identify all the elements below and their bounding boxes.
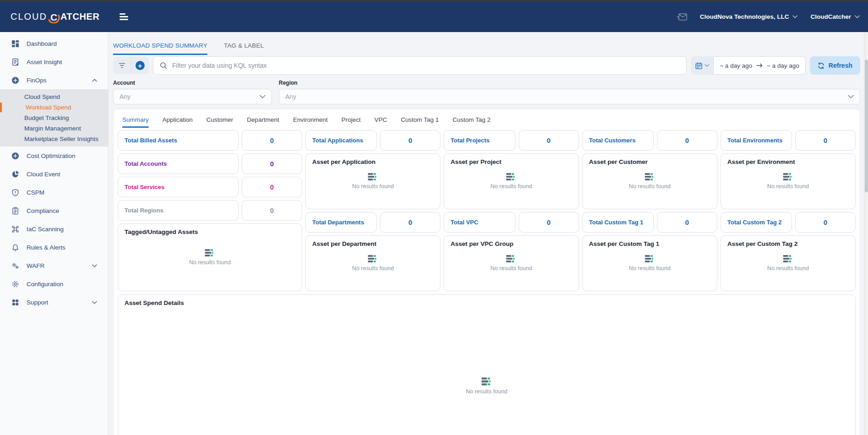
org-selector-label: CloudNova Technologies, LLC	[700, 13, 789, 20]
logo-text-cloud: CLOUD	[11, 11, 47, 22]
stat-label-total-departments[interactable]: Total Departments	[305, 212, 377, 233]
sidebar-item-iac-scanning[interactable]: IaC Scanning	[0, 220, 108, 238]
stat-label-total-accounts[interactable]: Total Accounts	[118, 153, 239, 174]
region-select-value: Any	[285, 93, 296, 100]
empty-state-text: No results found	[767, 183, 809, 190]
stat-label-total-custom-tag-2[interactable]: Total Custom Tag 2	[721, 212, 792, 233]
scrollbar-thumb[interactable]	[865, 60, 868, 192]
stat-value-total-accounts: 0	[242, 153, 302, 174]
sidebar-item-finops[interactable]: FinOps	[0, 71, 108, 89]
empty-state: No results found	[629, 255, 671, 272]
panel-asset-per-environment: Asset per Environment No results found	[721, 153, 856, 209]
empty-state-text: No results found	[767, 265, 809, 272]
sidebar-item-label: Dashboard	[27, 40, 57, 47]
arrow-right-icon	[756, 63, 763, 68]
stat-label-total-projects[interactable]: Total Projects	[444, 130, 515, 151]
subtab-custom-tag-2[interactable]: Custom Tag 2	[453, 109, 491, 130]
cspm-shield-icon	[11, 188, 19, 196]
sidebar-item-label: Compliance	[27, 207, 59, 214]
subtab-customer[interactable]: Customer	[206, 109, 233, 130]
stat-label-total-custom-tag-1[interactable]: Total Custom Tag 1	[582, 212, 654, 233]
date-range-display[interactable]: ~ a day ago ~ a day ago	[713, 56, 806, 75]
sidebar-item-dashboard[interactable]: Dashboard	[0, 34, 108, 53]
subtab-application[interactable]: Application	[163, 109, 193, 130]
panel-asset-per-vpc-group: Asset per VPC Group No results found	[444, 235, 579, 291]
add-filter-button[interactable]: +	[131, 57, 149, 74]
kql-search-input[interactable]	[172, 62, 680, 69]
subtab-department[interactable]: Department	[247, 109, 279, 130]
stat-value-total-regions: 0	[242, 200, 302, 221]
search-icon	[160, 62, 167, 69]
filter-toolbar: + ~ a day ago ~ a day ago	[113, 56, 860, 75]
org-selector[interactable]: CloudNova Technologies, LLC	[700, 13, 798, 20]
sidebar-item-compliance[interactable]: Compliance	[0, 201, 108, 220]
sidebar-item-cloud-event[interactable]: Cloud Event	[0, 165, 108, 183]
refresh-icon	[818, 62, 825, 69]
sidebar-subitem-workload-spend[interactable]: Workload Spend	[0, 102, 108, 113]
region-select[interactable]: Any	[279, 89, 860, 104]
sidebar-item-label: Cost Optimization	[27, 152, 76, 159]
hamburger-menu-icon[interactable]	[119, 13, 129, 20]
plus-icon: +	[136, 61, 145, 70]
sidebar-item-label: IaC Scanning	[27, 226, 64, 233]
stat-label-total-applications[interactable]: Total Applications	[305, 130, 377, 151]
cost-optimization-icon	[11, 152, 19, 160]
sidebar-item-cost-optimization[interactable]: Cost Optimization	[0, 147, 108, 165]
sidebar-item-configuration[interactable]: Configuration	[0, 275, 108, 293]
subtab-vpc[interactable]: VPC	[374, 109, 387, 130]
chevron-up-icon	[92, 79, 97, 82]
stat-label-total-regions[interactable]: Total Regions	[118, 200, 239, 221]
sidebar-item-label: Support	[27, 299, 48, 306]
sidebar-item-support[interactable]: Support	[0, 293, 108, 311]
empty-state: No results found	[466, 377, 507, 395]
sidebar-subitem-margin-management[interactable]: Margin Management	[0, 123, 108, 134]
panel-title: Asset per VPC Group	[450, 240, 572, 247]
sidebar-item-cspm[interactable]: CSPM	[0, 183, 108, 201]
subtab-project[interactable]: Project	[342, 109, 361, 130]
sidebar-item-rules-alerts[interactable]: Rules & Alerts	[0, 238, 108, 256]
support-grid-icon	[11, 298, 19, 306]
filter-list-button[interactable]	[113, 57, 131, 74]
subtab-summary[interactable]: Summary	[122, 109, 149, 130]
stat-label-total-billed-assets[interactable]: Total Billed Assets	[118, 130, 239, 151]
main-content: WORKLOAD SPEND SUMMARY TAG & LABEL +	[108, 32, 868, 435]
sidebar-item-label: Rules & Alerts	[27, 244, 65, 251]
empty-state: No results found	[490, 255, 532, 272]
empty-state-text: No results found	[189, 259, 231, 266]
stat-label-total-services[interactable]: Total Services	[118, 177, 239, 197]
asset-insight-icon	[11, 58, 19, 66]
sidebar: Dashboard Asset Insight FinOps Cloud Spe…	[0, 32, 108, 435]
sidebar-item-label: CSPM	[27, 189, 44, 196]
stat-label-total-environments[interactable]: Total Environments	[721, 130, 792, 151]
mail-icon[interactable]	[677, 13, 687, 21]
chevron-down-icon	[705, 64, 709, 67]
account-select[interactable]: Any	[113, 89, 272, 104]
stat-label-total-vpc[interactable]: Total VPC	[444, 212, 515, 233]
panel-title: Asset Spend Details	[125, 299, 849, 306]
stat-value-total-environments: 0	[795, 130, 856, 151]
sidebar-item-wafr[interactable]: WAFR	[0, 256, 108, 275]
sidebar-subitem-cloud-spend[interactable]: Cloud Spend	[0, 92, 108, 102]
tab-tag-and-label[interactable]: TAG & LABEL	[224, 42, 264, 55]
subtab-custom-tag-1[interactable]: Custom Tag 1	[401, 109, 439, 130]
tab-workload-spend-summary[interactable]: WORKLOAD SPEND SUMMARY	[113, 42, 207, 55]
refresh-button[interactable]: Refresh	[810, 56, 860, 75]
sidebar-subitem-marketplace-seller-insights[interactable]: Marketplace Seller Insights	[0, 134, 108, 144]
empty-state: No results found	[767, 255, 809, 272]
stat-value-total-services: 0	[242, 177, 302, 197]
account-filter-label: Account	[113, 80, 272, 86]
empty-chart-icon	[783, 255, 793, 262]
product-selector[interactable]: CloudCatcher	[810, 13, 860, 20]
empty-state: No results found	[189, 249, 231, 266]
dashboard-icon	[11, 39, 19, 48]
calendar-dropdown-button[interactable]	[691, 56, 713, 75]
refresh-button-label: Refresh	[829, 62, 852, 69]
compliance-clipboard-icon	[11, 207, 19, 215]
stat-label-total-customers[interactable]: Total Customers	[582, 130, 654, 151]
panel-asset-per-custom-tag-2: Asset per Custom Tag 2 No results found	[721, 235, 856, 291]
subtab-environment[interactable]: Environment	[293, 109, 328, 130]
configuration-gear-icon	[11, 280, 19, 288]
sidebar-subitem-budget-tracking[interactable]: Budget Tracking	[0, 113, 108, 123]
stat-value-total-departments: 0	[380, 212, 440, 233]
sidebar-item-asset-insight[interactable]: Asset Insight	[0, 53, 108, 71]
